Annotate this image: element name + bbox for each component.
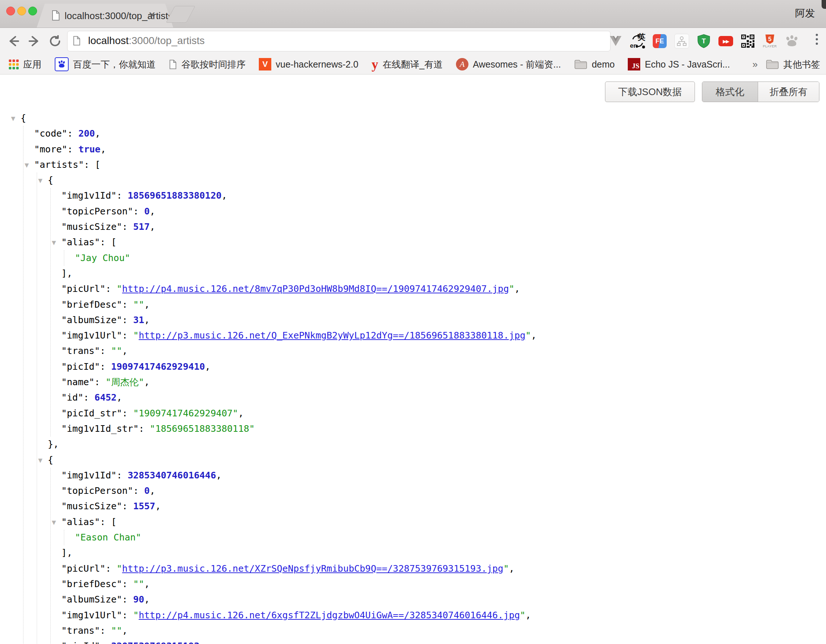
browser-tab[interactable]: localhost:3000/top_artists ✕: [37, 4, 173, 28]
json-token: "Eason Chan": [75, 532, 141, 543]
json-token: "picId_str": [61, 408, 122, 419]
json-line: "img1v1Url": "http://p3.music.126.net/Q_…: [0, 328, 826, 343]
video-player-icon[interactable]: ▶▶: [718, 31, 733, 51]
bookmark-item[interactable]: y在线翻译_有道: [371, 58, 443, 70]
tampermonkey-icon[interactable]: T: [696, 31, 711, 51]
bookmark-item[interactable]: 百度一下，你就知道: [55, 57, 156, 71]
json-token: "": [133, 299, 144, 310]
bookmarks-overflow-icon[interactable]: »: [753, 59, 758, 70]
json-token: ": [503, 563, 509, 574]
json-token: "artists": [34, 159, 84, 170]
json-link[interactable]: http://p4.music.126.net/6xgsfT2ZLjdgzbwO…: [139, 610, 520, 621]
bookmark-label: 在线翻译_有道: [382, 58, 443, 70]
json-token: 3287539769315193: [111, 641, 199, 644]
collapse-all-button[interactable]: 折叠所有: [758, 82, 819, 102]
json-token: :: [133, 486, 144, 496]
bookmark-item[interactable]: Vvue-hackernews-2.0: [259, 58, 358, 70]
bookmark-item[interactable]: JSEcho JS - JavaScri...: [628, 58, 730, 70]
json-token: :: [117, 470, 128, 481]
json-token: "more": [34, 144, 67, 155]
bookmarks-right: » 其他书签: [753, 58, 820, 70]
json-link[interactable]: http://p3.music.126.net/XZrSQeNpsfjyRmib…: [122, 563, 504, 574]
json-token: "img1v1Id": [61, 470, 117, 481]
json-token: "albumSize": [61, 594, 122, 605]
json-token: ,: [222, 190, 227, 201]
bookmark-item[interactable]: AAwesomes - 前端资...: [456, 58, 561, 70]
other-bookmarks-folder[interactable]: 其他书签: [766, 58, 820, 70]
json-token: ,: [150, 486, 155, 496]
page-icon: [51, 10, 60, 20]
json-token: "picUrl": [61, 284, 106, 294]
json-token: :: [139, 423, 150, 434]
address-bar[interactable]: localhost:3000/top_artists: [67, 31, 610, 51]
collapse-toggle-icon[interactable]: ▼: [38, 173, 43, 188]
json-link[interactable]: http://p3.music.126.net/Q_ExePNkmgB2yWyL…: [139, 330, 526, 341]
new-tab-button[interactable]: [166, 6, 195, 23]
collapse-toggle-icon[interactable]: ▼: [52, 515, 56, 530]
profile-name[interactable]: 阿发: [795, 6, 815, 20]
json-token: "alias": [61, 237, 100, 247]
bookmark-item[interactable]: 谷歌按时间排序: [169, 58, 245, 70]
json-token: :: [100, 361, 111, 372]
json-token: :: [122, 315, 133, 325]
json-token: "name": [61, 377, 94, 387]
window-close-button[interactable]: [6, 6, 15, 16]
json-line: "trans": "",: [0, 343, 826, 359]
collapse-toggle-icon[interactable]: ▼: [11, 111, 16, 126]
bookmarks-bar: 应用百度一下，你就知道谷歌按时间排序Vvue-hackernews-2.0y在线…: [0, 54, 826, 74]
browser-menu-icon[interactable]: [816, 34, 818, 45]
json-token: :: [83, 392, 94, 403]
json-token: :: [106, 284, 116, 294]
json-token: ,: [144, 315, 150, 325]
json-line: "picId": 19097417462929410,: [0, 359, 826, 374]
view-mode-group: 格式化 折叠所有: [702, 82, 820, 102]
json-line: ▼{: [0, 172, 826, 188]
fe-extension-icon[interactable]: FE: [652, 31, 668, 51]
collapse-toggle-icon[interactable]: ▼: [38, 453, 43, 468]
json-token: ": [525, 330, 531, 341]
qr-code-icon[interactable]: [740, 31, 756, 51]
json-line: "more": true,: [0, 142, 826, 157]
vue-devtools-icon[interactable]: [608, 31, 623, 51]
paw-icon[interactable]: [784, 31, 800, 51]
json-line: "musicSize": 517,: [0, 219, 826, 234]
json-token: ,: [238, 408, 244, 419]
bookmark-item[interactable]: 应用: [9, 58, 42, 70]
window-minimize-button[interactable]: [17, 6, 26, 16]
collapse-toggle-icon[interactable]: ▼: [25, 158, 29, 173]
tree-guide-line: [37, 172, 37, 644]
json-token: "img1v1Id": [61, 190, 117, 201]
url-host: localhost: [88, 35, 129, 46]
json-token: "19097417462929407": [133, 408, 238, 419]
json-line: "picUrl": "http://p3.music.126.net/XZrSQ…: [0, 561, 826, 576]
bookmark-label: vue-hackernews-2.0: [276, 59, 358, 70]
json-token: },: [48, 439, 59, 449]
json-token: :: [133, 206, 144, 217]
back-button[interactable]: [6, 32, 23, 50]
url-text: localhost:3000/top_artists: [88, 35, 205, 47]
html5-player-icon[interactable]: 5PLAYER: [762, 31, 778, 51]
tree-guide-line: [23, 126, 23, 644]
download-json-button[interactable]: 下载JSON数据: [605, 82, 695, 102]
reload-button[interactable]: [48, 32, 65, 50]
sitemap-icon[interactable]: [674, 31, 689, 51]
json-line: ▼"alias": [: [0, 514, 826, 530]
json-link[interactable]: http://p4.music.126.net/8mv7qP30Pd3oHW8b…: [122, 284, 509, 294]
bookmark-item[interactable]: demo: [574, 59, 615, 70]
tab-close-icon[interactable]: ✕: [148, 10, 156, 20]
json-token: ,: [525, 610, 531, 621]
awesomes-icon: A: [456, 58, 469, 70]
echojs-icon: JS: [628, 58, 640, 70]
tree-guide-line: [64, 530, 64, 545]
format-button[interactable]: 格式化: [702, 82, 758, 102]
json-token: "musicSize": [61, 501, 122, 511]
forward-button[interactable]: [27, 32, 45, 50]
window-zoom-button[interactable]: [28, 6, 37, 16]
json-token: : [: [100, 237, 116, 247]
translator-icon[interactable]: 英en: [630, 33, 645, 49]
collapse-toggle-icon[interactable]: ▼: [52, 235, 56, 250]
json-token: {: [48, 175, 53, 185]
json-token: "": [111, 346, 122, 356]
json-token: :: [100, 641, 111, 644]
json-token: ,: [514, 284, 520, 294]
